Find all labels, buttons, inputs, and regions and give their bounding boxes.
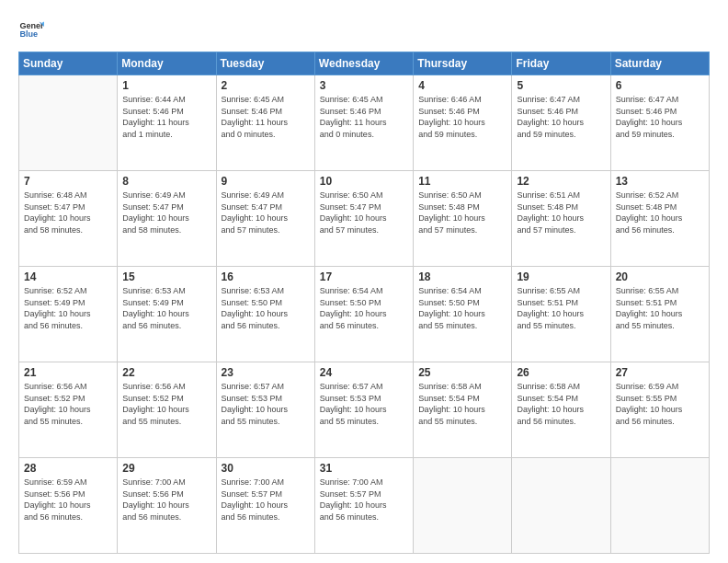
day-info: Sunrise: 6:48 AMSunset: 5:47 PMDaylight:… — [24, 190, 112, 236]
calendar-cell: 29Sunrise: 7:00 AMSunset: 5:56 PMDayligh… — [118, 458, 216, 554]
calendar-cell: 13Sunrise: 6:52 AMSunset: 5:48 PMDayligh… — [610, 171, 709, 267]
calendar-cell: 18Sunrise: 6:54 AMSunset: 5:50 PMDayligh… — [414, 267, 512, 362]
calendar-cell: 3Sunrise: 6:45 AMSunset: 5:46 PMDaylight… — [314, 75, 413, 171]
day-number: 4 — [418, 79, 506, 92]
calendar-cell — [414, 458, 512, 554]
day-number: 25 — [418, 366, 506, 379]
logo: General Blue — [18, 17, 48, 42]
day-number: 9 — [222, 175, 310, 188]
svg-text:Blue: Blue — [19, 29, 38, 39]
logo-icon: General Blue — [18, 17, 44, 42]
calendar-cell: 30Sunrise: 7:00 AMSunset: 5:57 PMDayligh… — [216, 458, 314, 554]
day-number: 11 — [418, 175, 506, 188]
day-number: 8 — [122, 175, 210, 188]
day-info: Sunrise: 6:47 AMSunset: 5:46 PMDaylight:… — [517, 94, 605, 140]
day-number: 21 — [24, 366, 112, 379]
calendar-cell: 2Sunrise: 6:45 AMSunset: 5:46 PMDaylight… — [216, 75, 314, 171]
day-info: Sunrise: 6:49 AMSunset: 5:47 PMDaylight:… — [222, 190, 310, 236]
day-info: Sunrise: 6:50 AMSunset: 5:48 PMDaylight:… — [418, 190, 506, 236]
day-number: 30 — [222, 462, 310, 475]
calendar-cell: 14Sunrise: 6:52 AMSunset: 5:49 PMDayligh… — [19, 267, 118, 362]
day-info: Sunrise: 6:45 AMSunset: 5:46 PMDaylight:… — [320, 94, 408, 140]
day-info: Sunrise: 6:56 AMSunset: 5:52 PMDaylight:… — [122, 381, 210, 427]
day-info: Sunrise: 7:00 AMSunset: 5:57 PMDaylight:… — [222, 477, 310, 523]
week-row-1: 1Sunrise: 6:44 AMSunset: 5:46 PMDaylight… — [19, 75, 710, 171]
weekday-header-row: SundayMondayTuesdayWednesdayThursdayFrid… — [19, 52, 710, 75]
day-number: 23 — [222, 366, 310, 379]
weekday-thursday: Thursday — [414, 52, 512, 75]
day-number: 17 — [320, 270, 408, 283]
calendar-cell: 22Sunrise: 6:56 AMSunset: 5:52 PMDayligh… — [118, 362, 216, 458]
day-info: Sunrise: 6:51 AMSunset: 5:48 PMDaylight:… — [517, 190, 605, 236]
day-number: 22 — [122, 366, 210, 379]
day-info: Sunrise: 6:47 AMSunset: 5:46 PMDaylight:… — [616, 94, 704, 140]
day-number: 24 — [320, 366, 408, 379]
day-number: 16 — [222, 270, 310, 283]
day-info: Sunrise: 6:57 AMSunset: 5:53 PMDaylight:… — [320, 381, 408, 427]
day-info: Sunrise: 6:44 AMSunset: 5:46 PMDaylight:… — [122, 94, 210, 140]
day-number: 26 — [517, 366, 605, 379]
calendar-cell: 23Sunrise: 6:57 AMSunset: 5:53 PMDayligh… — [216, 362, 314, 458]
header: General Blue — [18, 17, 710, 42]
day-info: Sunrise: 6:49 AMSunset: 5:47 PMDaylight:… — [122, 190, 210, 236]
week-row-3: 14Sunrise: 6:52 AMSunset: 5:49 PMDayligh… — [19, 267, 710, 362]
calendar-cell: 16Sunrise: 6:53 AMSunset: 5:50 PMDayligh… — [216, 267, 314, 362]
calendar-cell: 20Sunrise: 6:55 AMSunset: 5:51 PMDayligh… — [610, 267, 709, 362]
day-number: 15 — [122, 270, 210, 283]
week-row-4: 21Sunrise: 6:56 AMSunset: 5:52 PMDayligh… — [19, 362, 710, 458]
weekday-sunday: Sunday — [19, 52, 118, 75]
calendar-cell: 28Sunrise: 6:59 AMSunset: 5:56 PMDayligh… — [19, 458, 118, 554]
calendar-cell: 5Sunrise: 6:47 AMSunset: 5:46 PMDaylight… — [512, 75, 610, 171]
day-info: Sunrise: 6:54 AMSunset: 5:50 PMDaylight:… — [418, 285, 506, 331]
calendar-cell — [610, 458, 709, 554]
page: General Blue SundayMondayTuesdayWednesda… — [0, 0, 728, 563]
day-info: Sunrise: 7:00 AMSunset: 5:56 PMDaylight:… — [122, 477, 210, 523]
calendar: SundayMondayTuesdayWednesdayThursdayFrid… — [18, 52, 710, 554]
day-number: 2 — [222, 79, 310, 92]
calendar-cell: 27Sunrise: 6:59 AMSunset: 5:55 PMDayligh… — [610, 362, 709, 458]
day-number: 18 — [418, 270, 506, 283]
day-info: Sunrise: 6:45 AMSunset: 5:46 PMDaylight:… — [222, 94, 310, 140]
calendar-cell: 17Sunrise: 6:54 AMSunset: 5:50 PMDayligh… — [314, 267, 413, 362]
calendar-cell: 21Sunrise: 6:56 AMSunset: 5:52 PMDayligh… — [19, 362, 118, 458]
calendar-cell: 6Sunrise: 6:47 AMSunset: 5:46 PMDaylight… — [610, 75, 709, 171]
day-info: Sunrise: 6:58 AMSunset: 5:54 PMDaylight:… — [418, 381, 506, 427]
day-info: Sunrise: 6:54 AMSunset: 5:50 PMDaylight:… — [320, 285, 408, 331]
calendar-cell: 12Sunrise: 6:51 AMSunset: 5:48 PMDayligh… — [512, 171, 610, 267]
weekday-saturday: Saturday — [610, 52, 709, 75]
day-info: Sunrise: 6:53 AMSunset: 5:49 PMDaylight:… — [122, 285, 210, 331]
day-info: Sunrise: 6:59 AMSunset: 5:55 PMDaylight:… — [616, 381, 704, 427]
weekday-wednesday: Wednesday — [314, 52, 413, 75]
day-number: 1 — [122, 79, 210, 92]
svg-text:General: General — [19, 21, 44, 30]
day-info: Sunrise: 7:00 AMSunset: 5:57 PMDaylight:… — [320, 477, 408, 523]
calendar-cell: 24Sunrise: 6:57 AMSunset: 5:53 PMDayligh… — [314, 362, 413, 458]
calendar-cell: 31Sunrise: 7:00 AMSunset: 5:57 PMDayligh… — [314, 458, 413, 554]
day-info: Sunrise: 6:58 AMSunset: 5:54 PMDaylight:… — [517, 381, 605, 427]
calendar-cell: 25Sunrise: 6:58 AMSunset: 5:54 PMDayligh… — [414, 362, 512, 458]
day-number: 3 — [320, 79, 408, 92]
weekday-tuesday: Tuesday — [216, 52, 314, 75]
weekday-friday: Friday — [512, 52, 610, 75]
calendar-cell — [512, 458, 610, 554]
calendar-cell: 19Sunrise: 6:55 AMSunset: 5:51 PMDayligh… — [512, 267, 610, 362]
calendar-cell — [19, 75, 118, 171]
day-info: Sunrise: 6:59 AMSunset: 5:56 PMDaylight:… — [24, 477, 112, 523]
calendar-cell: 10Sunrise: 6:50 AMSunset: 5:47 PMDayligh… — [314, 171, 413, 267]
day-info: Sunrise: 6:55 AMSunset: 5:51 PMDaylight:… — [616, 285, 704, 331]
calendar-cell: 4Sunrise: 6:46 AMSunset: 5:46 PMDaylight… — [414, 75, 512, 171]
calendar-cell: 26Sunrise: 6:58 AMSunset: 5:54 PMDayligh… — [512, 362, 610, 458]
day-number: 5 — [517, 79, 605, 92]
day-number: 19 — [517, 270, 605, 283]
day-info: Sunrise: 6:56 AMSunset: 5:52 PMDaylight:… — [24, 381, 112, 427]
day-info: Sunrise: 6:53 AMSunset: 5:50 PMDaylight:… — [222, 285, 310, 331]
day-info: Sunrise: 6:55 AMSunset: 5:51 PMDaylight:… — [517, 285, 605, 331]
calendar-cell: 15Sunrise: 6:53 AMSunset: 5:49 PMDayligh… — [118, 267, 216, 362]
calendar-cell: 8Sunrise: 6:49 AMSunset: 5:47 PMDaylight… — [118, 171, 216, 267]
week-row-5: 28Sunrise: 6:59 AMSunset: 5:56 PMDayligh… — [19, 458, 710, 554]
day-number: 14 — [24, 270, 112, 283]
week-row-2: 7Sunrise: 6:48 AMSunset: 5:47 PMDaylight… — [19, 171, 710, 267]
day-number: 10 — [320, 175, 408, 188]
day-number: 20 — [616, 270, 704, 283]
day-number: 12 — [517, 175, 605, 188]
